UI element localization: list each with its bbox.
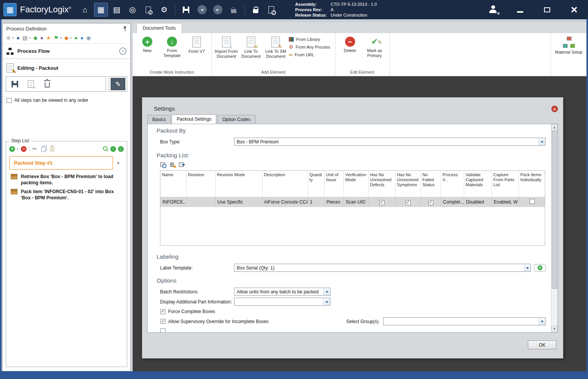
col-name[interactable]: Name xyxy=(160,171,186,197)
move-down-icon[interactable]: ↓ xyxy=(118,146,124,152)
from-url-button[interactable]: ∞From URL xyxy=(289,52,330,57)
user-purple-icon[interactable]: ● xyxy=(40,35,43,41)
dialog-scrollbar[interactable]: ▲ ▼ xyxy=(551,124,558,332)
paste-icon[interactable] xyxy=(50,146,54,152)
home-icon[interactable]: ⌂ xyxy=(78,3,92,17)
find-box-icon[interactable] xyxy=(160,162,167,168)
cut-icon[interactable]: ✂ xyxy=(32,146,37,152)
col-capture-from-parts-list[interactable]: Capture From Parts List xyxy=(492,171,519,197)
from-template-button[interactable]: ↓ From Template xyxy=(160,34,184,58)
col-quantity[interactable]: Quantity xyxy=(308,171,324,197)
user-orange-icon[interactable]: ★ xyxy=(46,35,51,41)
flag-icon[interactable]: ⚑ xyxy=(54,35,59,41)
process-flow-row[interactable]: Process Flow ▼ xyxy=(3,44,130,59)
step-action-item[interactable]: Retrieve Box 'Box - BPM Premium' to load… xyxy=(8,173,125,186)
puzzle-icon[interactable]: ◆ xyxy=(33,35,37,41)
col-unit-of-issue[interactable]: Unit of Issue xyxy=(324,171,344,197)
minimize-button[interactable] xyxy=(513,3,527,17)
delete-document-button[interactable] xyxy=(40,78,54,90)
scroll-up-icon[interactable]: ▲ xyxy=(551,124,558,131)
from-v7-button[interactable]: From V7 xyxy=(184,34,209,54)
step-action-item[interactable]: Pack item 'INFORCE-CNS-01 - 02' into Box… xyxy=(8,189,125,201)
step-chevron-icon[interactable]: ▼ xyxy=(113,161,124,165)
material-setup-button[interactable]: Material Setup xyxy=(553,34,584,55)
search-document-icon[interactable] xyxy=(265,3,278,17)
import-box-icon[interactable] xyxy=(179,162,185,168)
print-icon[interactable]: ▤ xyxy=(22,35,27,41)
add-icon[interactable]: ⊕ xyxy=(6,35,11,41)
col-has-no-unresolved-defects[interactable]: Has No Unresolved Defects xyxy=(368,171,395,197)
from-any-process-button[interactable]: ⚙From Any Process xyxy=(289,44,330,49)
remove-step-icon[interactable]: − xyxy=(21,146,27,152)
zoom-icon[interactable] xyxy=(103,146,108,152)
label-template-select[interactable]: Box Serial (Qty: 1) xyxy=(234,264,531,272)
form-icon[interactable]: ▤ xyxy=(110,3,124,17)
chevron-down-icon[interactable]: ▾ xyxy=(17,147,18,151)
play-icon[interactable]: ● xyxy=(74,35,78,41)
col-validate-captured-materials[interactable]: Validate Captured Materials xyxy=(464,171,492,197)
selected-step[interactable]: Packout Step #1 xyxy=(9,156,113,170)
info-icon[interactable]: ● xyxy=(80,35,83,41)
process-definition-icon[interactable]: ▦ xyxy=(94,3,108,17)
clipped-checkbox[interactable] xyxy=(160,328,165,332)
import-from-document-button[interactable]: ↓ Import From Document xyxy=(214,34,239,59)
globe-icon[interactable]: ● xyxy=(17,35,20,41)
new-button[interactable]: + New xyxy=(135,34,160,53)
chevron-down-icon[interactable]: ▾ xyxy=(60,36,62,40)
gear-icon[interactable]: ⚙ xyxy=(157,3,171,17)
col-description[interactable]: Description xyxy=(262,171,308,197)
col-pack-items-individually[interactable]: Pack Items Individually xyxy=(519,171,545,197)
any-order-checkbox[interactable] xyxy=(7,98,12,103)
back-icon[interactable]: ◄ xyxy=(195,3,209,17)
save-icon[interactable] xyxy=(179,3,193,17)
pack-individually-checkbox[interactable] xyxy=(530,199,535,204)
col-verification-mode[interactable]: Verification Mode xyxy=(344,171,368,197)
edit-list-icon[interactable] xyxy=(169,162,176,168)
col-process-validation[interactable]: Process V... xyxy=(441,171,464,197)
dialog-close-icon[interactable]: × xyxy=(551,106,558,112)
chevron-down-icon[interactable]: ▾ xyxy=(12,36,14,40)
unlock-icon[interactable] xyxy=(227,3,241,17)
col-revision-mode[interactable]: Revision Mode xyxy=(215,171,262,197)
close-button[interactable]: × xyxy=(567,3,581,17)
diamond-icon[interactable]: ◆ xyxy=(64,35,69,41)
target-icon[interactable]: ◎ xyxy=(126,3,140,17)
add-label-template-button[interactable]: + xyxy=(534,264,546,271)
symptoms-checkbox[interactable] xyxy=(406,200,411,205)
col-has-no-unresolved-symptoms[interactable]: Has No Unresolved Symptoms xyxy=(395,171,421,197)
no-failed-checkbox[interactable] xyxy=(428,200,433,205)
batch-restrictions-select[interactable]: Allow units from any batch to be packed xyxy=(234,288,330,296)
delete-button[interactable]: − Delete xyxy=(338,34,362,53)
maximize-button[interactable] xyxy=(540,3,554,17)
record-icon[interactable]: ◉ xyxy=(86,35,91,41)
display-part-info-select[interactable] xyxy=(234,298,330,306)
link-to-document-button[interactable]: ∞ Link To Document xyxy=(239,34,263,59)
pages-icon[interactable] xyxy=(142,3,155,17)
box-type-select[interactable]: Box - BPM Premium xyxy=(234,138,546,146)
export-document-button[interactable]: → xyxy=(24,78,38,90)
pin-icon[interactable] xyxy=(123,26,127,32)
tab-document-tools[interactable]: Document Tools xyxy=(136,23,182,33)
chevron-down-icon[interactable]: ▾ xyxy=(29,36,30,40)
move-up-icon[interactable]: ↑ xyxy=(110,146,116,152)
edit-mode-button[interactable]: ✎ xyxy=(111,78,125,90)
add-step-icon[interactable]: + xyxy=(9,146,15,152)
col-revision[interactable]: Revision xyxy=(186,171,215,197)
tab-packout-settings[interactable]: Packout Settings xyxy=(172,115,216,124)
logout-user-icon[interactable]: × xyxy=(486,3,500,17)
forward-icon[interactable]: ► xyxy=(211,3,225,17)
select-groups-select[interactable] xyxy=(383,317,546,325)
force-complete-checkbox[interactable] xyxy=(160,309,165,314)
chevron-down-icon[interactable]: ▾ xyxy=(70,36,72,40)
grid-data-row[interactable]: INFORCE... Use Specific inForce Console … xyxy=(160,197,545,207)
tab-basics[interactable]: Basics xyxy=(147,115,171,124)
copy-icon[interactable] xyxy=(41,147,45,152)
expand-circle-icon[interactable]: ▼ xyxy=(119,47,126,55)
lock-icon[interactable] xyxy=(249,3,263,17)
scroll-thumb[interactable] xyxy=(552,131,557,289)
ok-button[interactable]: OK xyxy=(528,340,556,349)
save-document-button[interactable] xyxy=(8,78,22,90)
supervisory-override-checkbox[interactable] xyxy=(160,319,165,324)
mark-as-primary-button[interactable]: ✔✎ Mark as Primary xyxy=(362,34,387,58)
from-library-button[interactable]: From Library xyxy=(289,37,330,42)
